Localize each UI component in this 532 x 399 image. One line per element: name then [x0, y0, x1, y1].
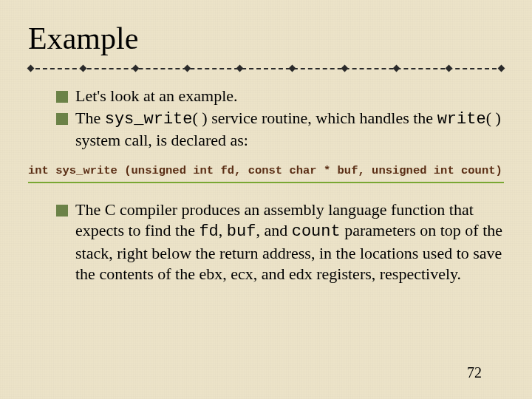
title-divider — [28, 65, 504, 72]
bullet-item: The sys_write( ) service routine, which … — [56, 108, 504, 151]
slide: Example Let's look at an example. The sy… — [0, 0, 532, 399]
code-inline: write — [437, 110, 486, 129]
bullet-text-part: , — [222, 265, 231, 283]
register-name: ebx — [199, 265, 222, 283]
bullet-text-part: The — [75, 109, 105, 127]
code-inline: fd — [199, 222, 218, 241]
bullet-text-part: ( ) service routine, which handles the — [193, 109, 437, 127]
bullet-item: The C compiler produces an assembly lang… — [56, 200, 504, 284]
bullet-text-part: , — [219, 221, 227, 239]
code-inline: buf — [227, 222, 256, 241]
bullet-text: Let's look at an example. — [75, 86, 238, 105]
code-block: int sys_write (unsigned int fd, const ch… — [28, 164, 504, 183]
slide-content: Let's look at an example. The sys_write(… — [28, 86, 504, 284]
code-inline: sys_write — [105, 110, 193, 129]
bullet-list-bottom: The C compiler produces an assembly lang… — [28, 200, 504, 284]
page-title: Example — [28, 21, 504, 56]
bullet-text-part: registers, respectively. — [313, 265, 461, 283]
register-name: ecx — [231, 265, 253, 283]
bullet-text-part: , and — [253, 265, 289, 283]
register-name: edx — [289, 265, 313, 283]
bullet-list-top: Let's look at an example. The sys_write(… — [28, 86, 504, 151]
bullet-text-part: , and — [256, 221, 291, 239]
bullet-item: Let's look at an example. — [56, 86, 504, 106]
code-inline: count — [292, 222, 341, 241]
page-number: 72 — [467, 364, 482, 381]
